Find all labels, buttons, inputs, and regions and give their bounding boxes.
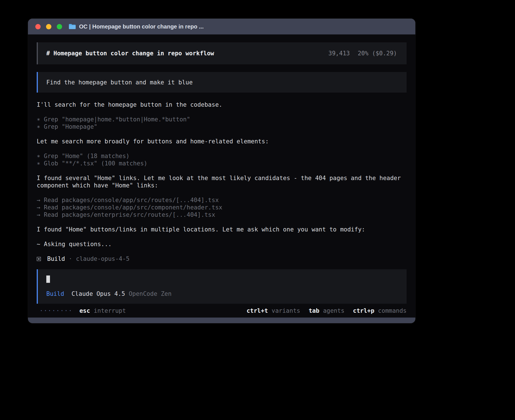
- text-cursor: [46, 275, 50, 283]
- tool-call-read: → Read packages/console/app/src/routes/[…: [37, 196, 407, 204]
- mode-label: Build: [46, 290, 64, 298]
- assistant-text: I found "Home" buttons/links in multiple…: [37, 226, 407, 233]
- titlebar[interactable]: OC | Homepage button color change in rep…: [28, 19, 415, 34]
- assistant-text: Let me search more broadly for buttons a…: [37, 138, 407, 145]
- statusbar: ········ esc interrupt ctrl+t variants t…: [37, 307, 407, 314]
- tool-call-read: → Read packages/console/app/src/componen…: [37, 204, 407, 211]
- user-message-text: Find the homepage button and make it blu…: [46, 79, 193, 86]
- minimize-button[interactable]: [46, 24, 51, 29]
- esc-key-label: interrupt: [94, 307, 126, 314]
- traffic-lights: [35, 24, 62, 29]
- folder-icon: [69, 24, 76, 29]
- session-header: # Homepage button color change in repo w…: [37, 42, 407, 64]
- tool-call-glob: ∗ Glob "**/*.tsx" (100 matches): [37, 160, 407, 167]
- prompt-input[interactable]: Build Claude Opus 4.5 OpenCode Zen: [37, 269, 407, 304]
- progress-dots: ········: [40, 307, 73, 314]
- agent-model: claude-opus-4-5: [76, 255, 130, 262]
- window-title: OC | Homepage button color change in rep…: [79, 23, 204, 30]
- esc-key-hint: esc: [79, 307, 90, 314]
- tool-call-grep: ∗ Grep "Home" (18 matches): [37, 152, 407, 160]
- zoom-button[interactable]: [57, 24, 62, 29]
- shortcut-commands: ctrl+p commands: [353, 307, 407, 314]
- close-button[interactable]: [35, 24, 41, 29]
- session-title: # Homepage button color change in repo w…: [46, 50, 214, 57]
- agent-status-line: Build · claude-opus-4-5: [37, 255, 407, 262]
- provider-label: OpenCode Zen: [129, 290, 172, 298]
- agent-icon: [37, 257, 41, 261]
- terminal-content: # Homepage button color change in repo w…: [28, 34, 415, 318]
- token-count: 39,413: [328, 50, 350, 57]
- separator-dot: ·: [69, 255, 72, 262]
- shortcut-agents: tab agents: [309, 307, 344, 314]
- session-stats: 39,413 20% ($0.29): [328, 50, 397, 57]
- shortcut-variants: ctrl+t variants: [246, 307, 300, 314]
- tool-call-grep: ∗ Grep "Homepage": [37, 123, 407, 130]
- input-status-bar: Build Claude Opus 4.5 OpenCode Zen: [46, 290, 398, 298]
- assistant-text: I found several "Home" links. Let me loo…: [37, 174, 407, 189]
- user-message: Find the homepage button and make it blu…: [37, 72, 407, 93]
- conversation: I'll search for the homepage button in t…: [37, 101, 407, 262]
- model-label: Claude Opus 4.5: [71, 290, 125, 298]
- tool-call-grep: ∗ Grep "homepage|home.*button|Home.*butt…: [37, 116, 407, 123]
- context-usage: 20% ($0.29): [358, 50, 397, 57]
- status-text: ~ Asking questions...: [37, 240, 407, 248]
- tool-call-read: → Read packages/enterprise/src/routes/[.…: [37, 211, 407, 218]
- assistant-text: I'll search for the homepage button in t…: [37, 101, 407, 108]
- terminal-window: OC | Homepage button color change in rep…: [28, 19, 415, 323]
- agent-name: Build: [47, 255, 65, 262]
